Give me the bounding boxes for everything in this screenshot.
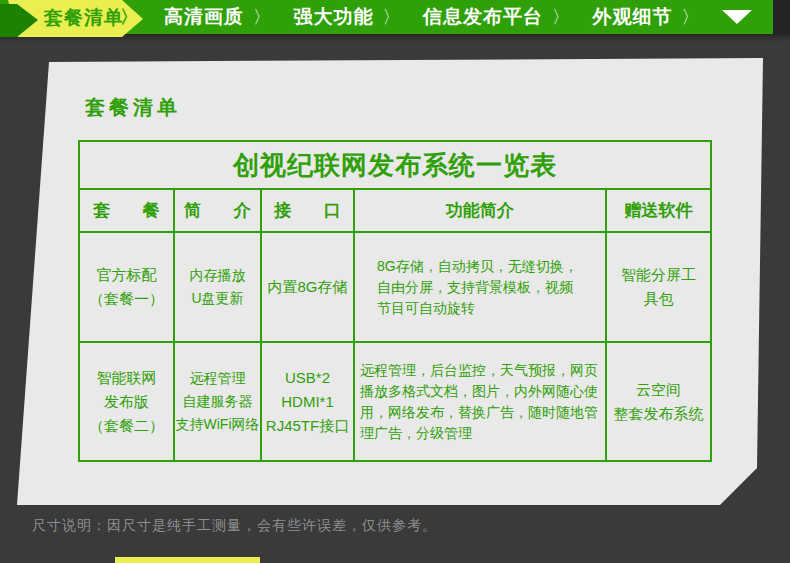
nav-tab-appearance-details[interactable]: 外观细节 〉 <box>593 4 700 30</box>
nav-tab-info-platform[interactable]: 信息发布平台 〉 <box>423 4 570 30</box>
cell-intro: 远程管理 自建服务器 支持WiFi网络 <box>175 343 262 460</box>
cell-ports: USB*2 HDMI*1 RJ45TF接口 <box>262 343 355 460</box>
table-title: 创视纪联网发布系统一览表 <box>80 142 710 190</box>
chevron-right-icon: 〉 <box>253 5 271 29</box>
nav-tab-label: 外观细节 <box>593 4 673 30</box>
header-intro: 简介 <box>175 190 262 233</box>
nav-tab-powerful-features[interactable]: 强大功能 〉 <box>294 4 401 30</box>
header-package: 套餐 <box>80 190 175 233</box>
page: 高清画质 〉 强大功能 〉 信息发布平台 〉 外观细节 〉 套餐清单 〉 套餐清… <box>0 0 790 563</box>
header-software: 赠送软件 <box>607 190 710 233</box>
nav-corner-dark <box>773 0 790 34</box>
chevron-right-icon: 〉 <box>682 5 700 29</box>
package-spec-table: 创视纪联网发布系统一览表 套餐 简介 接口 功能简介 赠送软件 官方标配 （套餐… <box>78 140 712 462</box>
cell-software: 云空间 整套发布系统 <box>607 343 710 460</box>
header-ports: 接口 <box>262 190 355 233</box>
dropdown-triangle-icon[interactable] <box>722 10 752 24</box>
header-features: 功能简介 <box>355 190 607 233</box>
next-section-tab-edge <box>115 557 260 563</box>
chevron-right-icon: 〉 <box>383 5 401 29</box>
nav-tab-hd-quality[interactable]: 高清画质 〉 <box>164 4 271 30</box>
nav-tab-label: 信息发布平台 <box>423 4 543 30</box>
table-header-row: 套餐 简介 接口 功能简介 赠送软件 <box>80 190 710 233</box>
table-row-package-1: 官方标配 （套餐一） 内存播放 U盘更新 内置8G存储 8G存储，自动拷贝，无缝… <box>80 233 710 343</box>
nav-tab-package-list-active[interactable]: 套餐清单 〉 <box>0 0 150 37</box>
active-tab-label: 套餐清单 <box>42 0 126 36</box>
size-disclaimer-note: 尺寸说明：因尺寸是纯手工测量，会有些许误差，仅供参考。 <box>32 517 437 535</box>
cell-features: 8G存储，自动拷贝，无缝切换，自由分屏，支持背景模板，视频节目可自动旋转 <box>355 233 607 343</box>
cell-package-name: 智能联网 发布版 （套餐二） <box>80 343 175 460</box>
cell-package-name: 官方标配 （套餐一） <box>80 233 175 343</box>
chevron-right-icon: 〉 <box>552 5 570 29</box>
cell-ports: 内置8G存储 <box>262 233 355 343</box>
cell-software: 智能分屏工 具包 <box>607 233 710 343</box>
nav-items: 高清画质 〉 强大功能 〉 信息发布平台 〉 外观细节 〉 <box>158 0 758 34</box>
cell-intro: 内存播放 U盘更新 <box>175 233 262 343</box>
section-heading: 套餐清单 <box>85 94 181 121</box>
nav-tab-label: 强大功能 <box>294 4 374 30</box>
table-row-package-2: 智能联网 发布版 （套餐二） 远程管理 自建服务器 支持WiFi网络 USB*2… <box>80 343 710 460</box>
chevron-right-icon: 〉 <box>120 5 138 29</box>
nav-tab-label: 高清画质 <box>164 4 244 30</box>
cell-features: 远程管理，后台监控，天气预报，网页播放多格式文档，图片，内外网随心使用，网络发布… <box>355 343 607 460</box>
